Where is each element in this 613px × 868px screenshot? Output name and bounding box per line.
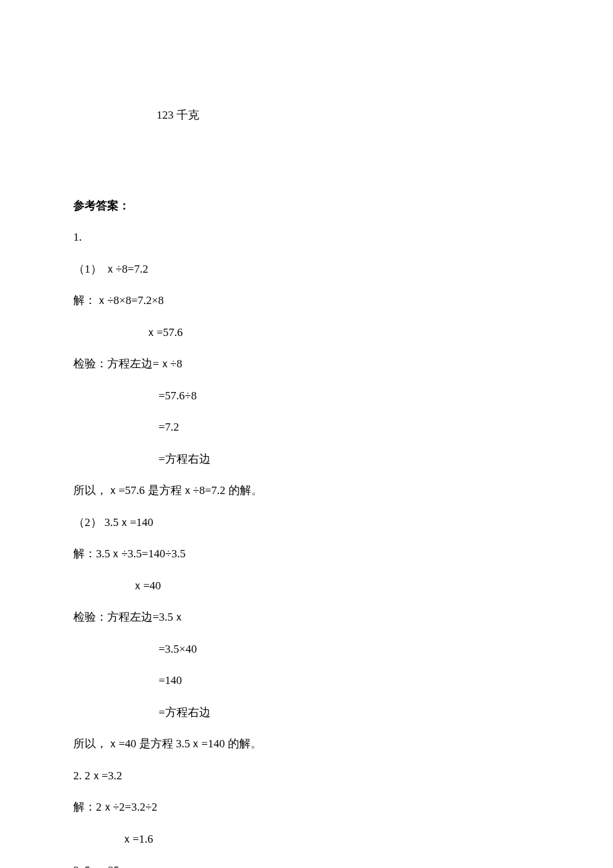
question-1: 1.: [73, 229, 540, 246]
q1-part2-equation: （2） 3.5ｘ=140: [73, 514, 540, 531]
answer-heading: 参考答案：: [73, 197, 540, 215]
q1-part2-check3: =140: [73, 672, 540, 689]
q1-part1-step1: 解：ｘ÷8×8=7.2×8: [73, 292, 540, 309]
q2-step2: ｘ=1.6: [73, 831, 540, 848]
q1-part2-step1: 解：3.5ｘ÷3.5=140÷3.5: [73, 545, 540, 563]
document-page: 123 千克 参考答案： 1. （1） ｘ÷8=7.2 解：ｘ÷8×8=7.2×…: [0, 0, 613, 868]
q1-part1-step2: ｘ=57.6: [73, 324, 540, 341]
q1-part1-check1: 检验：方程左边=ｘ÷8: [73, 355, 540, 373]
q1-part1-conclusion: 所以，ｘ=57.6 是方程ｘ÷8=7.2 的解。: [73, 482, 540, 499]
q1-part1-check2: =57.6÷8: [73, 387, 540, 405]
q1-part1-check3: =7.2: [73, 419, 540, 436]
top-value: 123 千克: [157, 107, 540, 124]
q1-part2-check2: =3.5×40: [73, 641, 540, 658]
q1-part2-check1: 检验：方程左边=3.5ｘ: [73, 609, 540, 626]
q2-step1: 解：2ｘ÷2=3.2÷2: [73, 799, 540, 816]
q1-part1-equation: （1） ｘ÷8=7.2: [73, 261, 540, 278]
q1-part2-step2: ｘ=40: [73, 577, 540, 595]
q1-part1-check4: =方程右边: [73, 451, 540, 468]
q1-part2-check4: =方程右边: [73, 704, 540, 721]
q1-part2-conclusion: 所以，ｘ=40 是方程 3.5ｘ=140 的解。: [73, 735, 540, 753]
question-2: 2. 2ｘ=3.2: [73, 767, 540, 785]
question-3: 3. 5ｘ=35: [73, 862, 540, 868]
